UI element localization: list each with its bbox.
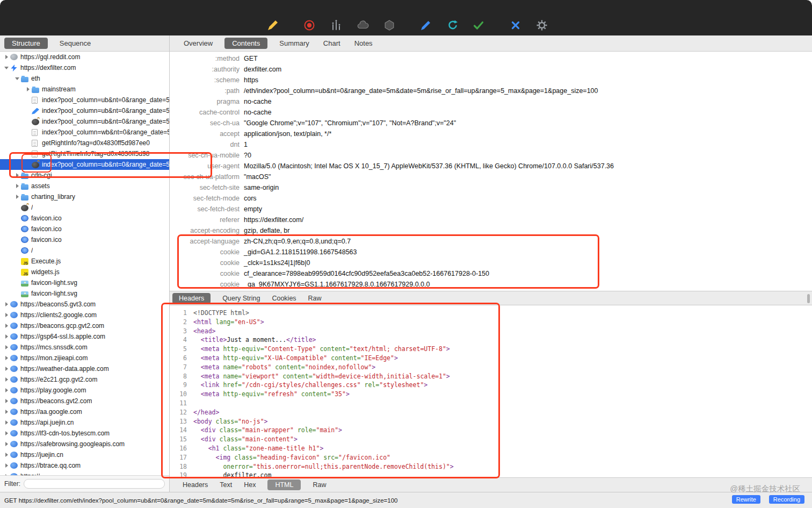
check-icon[interactable] <box>472 18 485 32</box>
tree-row[interactable]: favicon-light.svg <box>0 277 169 288</box>
header-row[interactable]: :path/eth/index?pool_column=ub&nt=0&rang… <box>170 85 812 96</box>
tab-notes[interactable]: Notes <box>352 38 375 49</box>
header-row[interactable]: :methodGET <box>170 53 812 64</box>
request-tab-cookies[interactable]: Cookies <box>272 295 296 302</box>
header-row[interactable]: cache-controlno-cache <box>170 107 812 118</box>
tree-row[interactable]: favicon-light.svg <box>0 288 169 299</box>
request-tree[interactable]: https://gql.reddit.comhttps://dexfilter.… <box>0 52 169 475</box>
header-row[interactable]: refererhttps://dexfilter.com/ <box>170 214 812 225</box>
scrollbar[interactable] <box>807 294 810 303</box>
tree-row[interactable]: widgets.js <box>0 267 169 277</box>
tree-row[interactable]: https://dexfilter.com <box>0 62 169 73</box>
tree-row[interactable]: favicon.ico <box>0 224 169 234</box>
tree-row[interactable]: eth <box>0 73 169 84</box>
chevron-right-icon[interactable] <box>3 311 10 319</box>
tree-row[interactable]: favicon.ico <box>0 213 169 224</box>
tree-row[interactable]: https://mcs.snssdk.com <box>0 342 169 353</box>
chevron-down-icon[interactable] <box>3 64 10 71</box>
sidebar-tab-sequence[interactable]: Sequence <box>57 38 93 49</box>
tree-row[interactable]: https://beacons.gvt2.com <box>0 396 169 406</box>
tree-row[interactable]: cdn-cgi <box>0 170 169 181</box>
response-tab-raw[interactable]: Raw <box>313 481 326 489</box>
response-tab-html[interactable]: HTML <box>267 480 301 490</box>
tree-row[interactable]: assets <box>0 181 169 191</box>
header-row[interactable]: accept-languagezh-CN,zh;q=0.9,en;q=0.8,u… <box>170 236 812 247</box>
response-tab-text[interactable]: Text <box>220 481 232 489</box>
chevron-right-icon[interactable] <box>3 387 10 394</box>
tab-chart[interactable]: Chart <box>321 38 343 49</box>
cloud-icon[interactable] <box>356 18 370 32</box>
chevron-right-icon[interactable] <box>3 376 10 383</box>
waterfall-icon[interactable] <box>329 18 343 32</box>
recording-badge[interactable]: Recording <box>769 495 804 504</box>
response-tab-headers[interactable]: Headers <box>183 481 208 489</box>
tree-row[interactable]: https://beacons5.gvt3.com <box>0 299 169 310</box>
chevron-right-icon[interactable] <box>3 440 10 448</box>
response-tab-hex[interactable]: Hex <box>244 481 256 489</box>
tree-row[interactable]: https://lf3-cdn-tos.bytescm.com <box>0 428 169 439</box>
header-row[interactable]: sec-fetch-sitesame-origin <box>170 182 812 193</box>
tree-row[interactable]: index?pool_column=ub&nt=0&range_date=5m&… <box>0 105 169 116</box>
tab-overview[interactable]: Overview <box>182 38 215 49</box>
chevron-right-icon[interactable] <box>3 462 10 469</box>
header-row[interactable]: sec-fetch-modecors <box>170 193 812 204</box>
chevron-right-icon[interactable] <box>3 53 10 61</box>
chevron-down-icon[interactable] <box>14 75 21 82</box>
tree-row[interactable]: https://beacons.gcp.gvt2.com <box>0 320 169 331</box>
tree-row[interactable]: https://play.google.com <box>0 385 169 396</box>
pen-icon[interactable] <box>419 18 433 32</box>
tree-row[interactable]: https://mon.zijieapi.com <box>0 353 169 363</box>
record-icon[interactable] <box>302 18 316 32</box>
header-row[interactable]: acceptapplication/json, text/plain, */* <box>170 128 812 139</box>
chevron-right-icon[interactable] <box>3 365 10 373</box>
chevron-right-icon[interactable] <box>3 333 10 340</box>
tree-row[interactable]: charting_library <box>0 191 169 202</box>
tree-row[interactable]: https://clients2.google.com <box>0 310 169 320</box>
tree-row[interactable]: / <box>0 245 169 256</box>
tab-contents[interactable]: Contents <box>224 38 267 49</box>
header-row[interactable]: accept-encodinggzip, deflate, br <box>170 225 812 236</box>
chevron-right-icon[interactable] <box>14 182 21 190</box>
chevron-right-icon[interactable] <box>3 430 10 437</box>
tree-row[interactable]: https://gsp64-ssl.ls.apple.com <box>0 331 169 342</box>
tree-row[interactable]: https://juejin.cn <box>0 449 169 460</box>
chevron-right-icon[interactable] <box>14 193 21 201</box>
tree-row[interactable]: https://gql.reddit.com <box>0 52 169 62</box>
chevron-right-icon[interactable] <box>14 171 21 179</box>
brush-icon[interactable] <box>266 18 280 32</box>
chevron-right-icon[interactable] <box>3 408 10 416</box>
chevron-right-icon[interactable] <box>3 300 10 308</box>
chevron-right-icon[interactable] <box>3 451 10 459</box>
sidebar-tab-structure[interactable]: Structure <box>4 38 48 49</box>
header-row[interactable]: sec-fetch-destempty <box>170 204 812 214</box>
tree-row[interactable]: https:// <box>0 471 169 475</box>
tools-icon[interactable] <box>509 18 523 32</box>
code-pane[interactable]: 1<!DOCTYPE html>2<html lang="en-US">3<he… <box>170 305 812 477</box>
tree-row[interactable]: https://aa.google.com <box>0 406 169 417</box>
tree-row[interactable]: index?pool_column=ub&nt=0&range_date=5m&… <box>0 95 169 105</box>
header-row[interactable]: sec-ch-ua-mobile?0 <box>170 150 812 161</box>
header-row[interactable]: sec-ch-ua"Google Chrome";v="107", "Chrom… <box>170 118 812 128</box>
tree-row[interactable]: mainstream <box>0 84 169 95</box>
tree-row[interactable]: index?pool_column=ub&nt=0&range_date=5m&… <box>0 159 169 170</box>
request-tab-raw[interactable]: Raw <box>308 295 322 302</box>
header-row[interactable]: cookie_gid=GA1.2.1181511998.1667548563 <box>170 247 812 257</box>
chevron-right-icon[interactable] <box>3 354 10 362</box>
tree-row[interactable]: favicon.ico <box>0 234 169 245</box>
refresh-icon[interactable] <box>446 18 460 32</box>
tree-row[interactable]: / <box>0 202 169 213</box>
header-row[interactable]: cookiecf_clearance=7898eab9959d0164cfc90… <box>170 268 812 279</box>
header-row[interactable]: :schemehttps <box>170 75 812 85</box>
rewrite-badge[interactable]: Rewrite <box>732 495 760 504</box>
tab-summary[interactable]: Summary <box>277 38 311 49</box>
tree-row[interactable]: https://e2c21.gcp.gvt2.com <box>0 374 169 385</box>
chevron-right-icon[interactable] <box>3 473 10 475</box>
tree-row[interactable]: index?pool_column=wb&nt=0&range_date=5m&… <box>0 127 169 138</box>
gear-icon[interactable] <box>535 18 549 32</box>
chevron-right-icon[interactable] <box>3 419 10 426</box>
header-row[interactable]: pragmano-cache <box>170 96 812 107</box>
tree-row[interactable]: https://api.juejin.cn <box>0 417 169 428</box>
header-row[interactable]: dnt1 <box>170 139 812 150</box>
request-tab-query-string[interactable]: Query String <box>222 295 260 302</box>
tree-row[interactable]: getRightInfo?tag=d0x4830ff5d987ee0 <box>0 138 169 148</box>
